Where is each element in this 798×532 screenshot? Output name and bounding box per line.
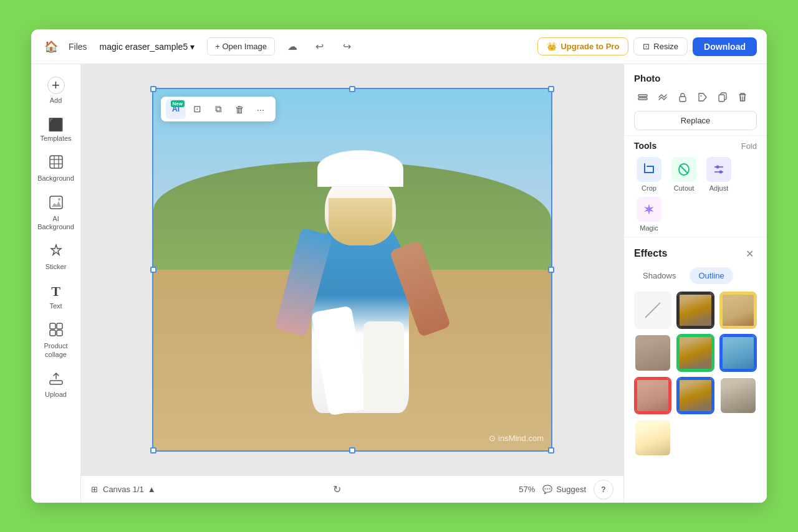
resize-handle-ml[interactable] xyxy=(150,267,156,273)
files-link[interactable]: Files xyxy=(69,42,87,52)
sidebar-item-add[interactable]: + Add xyxy=(36,72,76,110)
effect-thumb-1 xyxy=(678,293,713,328)
cloud-icon: ☁ xyxy=(287,40,297,52)
open-image-button[interactable]: + Open Image xyxy=(207,37,275,55)
effect-green[interactable] xyxy=(676,334,714,371)
tools-section: Tools Fold Crop Cutout xyxy=(624,135,767,237)
float-toolbar: AI New ⊡ ⧉ 🗑 ··· xyxy=(161,97,276,121)
resize-handle-tl[interactable] xyxy=(150,86,156,92)
suggest-icon: 💬 xyxy=(542,485,552,494)
delete-photo-button[interactable] xyxy=(734,88,751,106)
canvas-image-wrapper[interactable]: ⊙ insMind.com xyxy=(152,88,552,452)
outline-tab[interactable]: Outline xyxy=(690,267,733,284)
redo-button[interactable]: ↪ xyxy=(337,37,357,57)
effect-neutral[interactable] xyxy=(634,334,671,371)
tool-magic[interactable]: Magic xyxy=(634,197,664,232)
effect-gray[interactable] xyxy=(719,377,757,414)
sidebar-item-upload[interactable]: Upload xyxy=(36,366,76,404)
download-button[interactable]: Download xyxy=(693,37,757,56)
home-button[interactable]: 🏠 xyxy=(41,37,61,57)
effects-header: Effects ✕ xyxy=(624,237,767,267)
refresh-icon: ↻ xyxy=(333,483,341,495)
animation-button[interactable] xyxy=(654,88,671,106)
shadows-tab[interactable]: Shadows xyxy=(634,267,685,284)
refresh-button[interactable]: ↻ xyxy=(327,480,347,500)
cloud-save-button[interactable]: ☁ xyxy=(282,37,302,57)
more-tool-button[interactable]: ··· xyxy=(251,99,271,119)
resize-icon: ⊡ xyxy=(643,42,650,51)
suggest-label: Suggest xyxy=(556,485,586,494)
tools-title: Tools xyxy=(634,141,656,151)
effects-close-button[interactable]: ✕ xyxy=(742,246,757,261)
effects-tabs: Shadows Outline xyxy=(624,267,767,292)
sidebar-item-text[interactable]: T Text xyxy=(36,278,76,315)
canvas-container[interactable]: ⊙ insMind.com xyxy=(81,64,623,475)
effect-thumb-6 xyxy=(635,378,670,413)
resize-handle-bl[interactable] xyxy=(150,447,156,454)
effect-none[interactable] xyxy=(634,292,671,329)
filename-selector[interactable]: magic eraser_sample5 ▾ xyxy=(95,39,200,54)
upgrade-button[interactable]: 👑 Upgrade to Pro xyxy=(537,37,628,55)
layers-photo-button[interactable] xyxy=(634,88,651,106)
filename-text: magic eraser_sample5 xyxy=(100,42,188,52)
none-slash-icon xyxy=(645,303,661,318)
crown-icon: 👑 xyxy=(547,42,557,51)
duplicate-tool-button[interactable]: ⧉ xyxy=(208,99,228,119)
tool-adjust[interactable]: Adjust xyxy=(704,157,734,192)
svg-point-6 xyxy=(58,198,60,201)
sidebar-label-background: Background xyxy=(37,174,74,183)
resize-handle-mr[interactable] xyxy=(548,267,554,273)
help-button[interactable]: ? xyxy=(594,480,613,500)
resize-button[interactable]: ⊡ Resize xyxy=(633,37,688,55)
ai-tool-button[interactable]: AI New xyxy=(166,99,186,119)
sidebar-item-product-collage[interactable]: Product collage xyxy=(36,318,76,363)
main-area: + Add ⬛ Templates Background AI Backgrou… xyxy=(31,64,767,503)
crop-tool-button[interactable]: ⊡ xyxy=(187,99,207,119)
effect-blue-1[interactable] xyxy=(719,334,757,371)
undo-icon: ↩ xyxy=(315,40,324,52)
delete-tool-button[interactable]: 🗑 xyxy=(229,99,249,119)
effect-thumb-5 xyxy=(721,335,756,370)
effect-blue-2[interactable] xyxy=(676,377,714,414)
new-badge: New xyxy=(171,100,185,107)
svg-rect-8 xyxy=(57,323,62,329)
effect-red[interactable] xyxy=(634,377,671,414)
magic-tool-label: Magic xyxy=(640,224,658,232)
right-panel: Photo xyxy=(623,64,767,503)
lock-button[interactable] xyxy=(674,88,691,106)
effect-yellow[interactable] xyxy=(719,292,757,329)
sidebar-label-text: Text xyxy=(49,302,62,310)
help-icon: ? xyxy=(601,485,605,494)
effect-dark-1[interactable] xyxy=(676,292,714,329)
resize-handle-bc[interactable] xyxy=(349,447,355,454)
cutout-tool-icon xyxy=(671,157,696,182)
tag-button[interactable] xyxy=(694,88,711,106)
crop-tool-label: Crop xyxy=(642,184,656,192)
effect-thumb-2 xyxy=(721,293,756,328)
sidebar-item-sticker[interactable]: Sticker xyxy=(36,239,76,276)
sidebar-item-background[interactable]: Background xyxy=(36,150,76,188)
resize-handle-br[interactable] xyxy=(548,447,554,454)
fold-button[interactable]: Fold xyxy=(741,141,757,151)
svg-rect-0 xyxy=(50,156,62,168)
effects-title: Effects xyxy=(634,248,667,259)
replace-button[interactable]: Replace xyxy=(634,111,757,130)
text-icon: T xyxy=(51,283,60,300)
tool-cutout[interactable]: Cutout xyxy=(669,157,699,192)
resize-handle-tc[interactable] xyxy=(349,86,355,92)
canvas-info[interactable]: Canvas 1/1 ▲ xyxy=(103,485,156,494)
undo-button[interactable]: ↩ xyxy=(310,37,330,57)
sidebar-item-ai-background[interactable]: AI Background xyxy=(36,191,76,236)
tool-crop[interactable]: Crop xyxy=(634,157,664,192)
watermark-icon: ⊙ xyxy=(489,434,496,443)
crop-icon: ⊡ xyxy=(193,103,201,115)
resize-handle-tr[interactable] xyxy=(548,86,554,92)
svg-rect-14 xyxy=(680,97,686,102)
svg-point-22 xyxy=(719,171,723,174)
effect-bright[interactable] xyxy=(634,419,671,457)
suggest-button[interactable]: 💬 Suggest xyxy=(542,485,586,494)
resize-label: Resize xyxy=(653,42,678,51)
copy-photo-button[interactable] xyxy=(714,88,731,106)
sidebar-item-templates[interactable]: ⬛ Templates xyxy=(36,112,76,148)
effect-thumb-8 xyxy=(721,378,756,413)
